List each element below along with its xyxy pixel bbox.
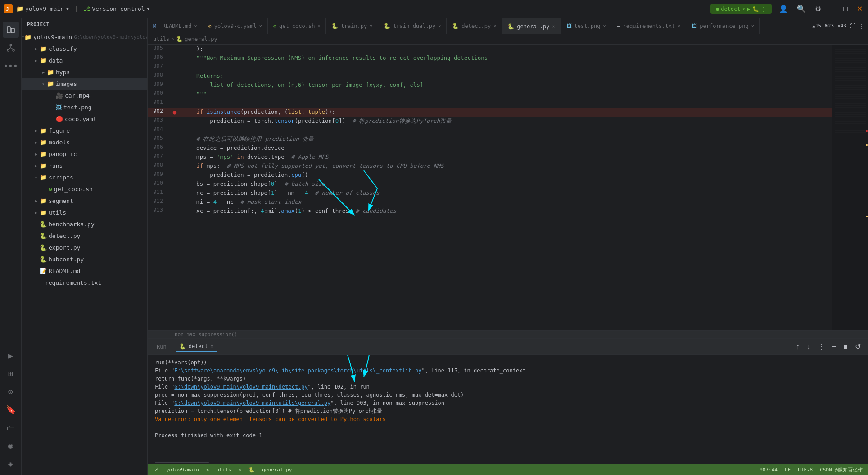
- sidebar-item-test-png[interactable]: ▶ 🖼 test.png: [22, 101, 147, 113]
- sidebar-item-detect[interactable]: ▶ 🐍 detect.py: [22, 230, 147, 242]
- activity-unknown1-icon[interactable]: ◉: [3, 437, 19, 453]
- sidebar-item-hubconf[interactable]: ▶ 🐍 hubconf.py: [22, 253, 147, 265]
- sidebar-item-segment[interactable]: ▶ 📁 segment: [22, 195, 147, 206]
- sidebar-item-get-coco[interactable]: ▶ ⚙ get_coco.sh: [22, 183, 147, 195]
- line-910: 910 bs = prediction.shape[0] # batch siz…: [148, 179, 832, 188]
- tab-requirements-close[interactable]: ✕: [678, 23, 680, 28]
- sidebar-item-models[interactable]: ▶ 📁 models: [22, 136, 147, 148]
- status-utils[interactable]: utils: [216, 467, 231, 473]
- term-link-detect[interactable]: G:\down\yolov9-main\yolov9-main\detect.p…: [174, 384, 307, 390]
- app-logo[interactable]: J: [4, 4, 13, 13]
- breadcrumb-general[interactable]: general.py: [185, 36, 217, 42]
- status-general[interactable]: general.py: [262, 467, 292, 473]
- minimize-button[interactable]: −: [828, 3, 836, 15]
- maximize-button[interactable]: □: [841, 3, 850, 15]
- sidebar-item-images[interactable]: ▾ 📁 images: [22, 78, 147, 90]
- more-tabs-icon[interactable]: ⋮: [859, 23, 864, 29]
- tab-requirements[interactable]: — requirements.txt ✕: [611, 18, 686, 34]
- sidebar-item-benchmarks[interactable]: ▶ 🐍 benchmarks.py: [22, 218, 147, 230]
- tab-train[interactable]: 🐍 train.py ✕: [326, 18, 378, 34]
- sidebar-item-runs[interactable]: ▶ 📁 runs: [22, 160, 147, 171]
- activity-terminal-icon[interactable]: ⊞: [3, 365, 19, 381]
- term-link-general[interactable]: G:\down\yolov9-main\yolov9-main\utils\ge…: [174, 400, 330, 406]
- terminal-rerun-btn[interactable]: ↺: [853, 341, 863, 353]
- terminal-body[interactable]: run(**vars(opt)) File "E:\software\anaco…: [148, 355, 868, 461]
- terminal-detect-close[interactable]: ✕: [211, 344, 213, 349]
- terminal-tab-run[interactable]: Run: [153, 342, 170, 352]
- tab-detect[interactable]: 🐍 detect.py ✕: [447, 18, 502, 34]
- activity-bar: ••• ▶ ⊞ ⚙ 🔖 🗃 ◉ ◈: [0, 18, 22, 475]
- settings-icon[interactable]: ⚙: [813, 3, 823, 15]
- terminal-scroll-up-btn[interactable]: ↑: [794, 341, 801, 353]
- tab-performance[interactable]: 🖼 performance.png ✕: [686, 18, 760, 34]
- status-utf8[interactable]: UTF-8: [798, 467, 813, 473]
- run-button[interactable]: ● detect ▾ ▶ 🐛 ⋮: [710, 4, 772, 14]
- status-project[interactable]: yolov9-main: [166, 467, 199, 473]
- activity-bookmarks-icon[interactable]: 🔖: [3, 401, 19, 417]
- sidebar-item-panoptic[interactable]: ▶ 📁 panoptic: [22, 148, 147, 160]
- status-lf[interactable]: LF: [785, 467, 791, 473]
- tab-train-close[interactable]: ✕: [370, 23, 372, 28]
- tab-traindual-icon: 🐍: [384, 23, 390, 29]
- tab-test-close[interactable]: ✕: [603, 23, 606, 28]
- search-icon[interactable]: 🔍: [795, 3, 808, 15]
- activity-database-icon[interactable]: 🗃: [3, 419, 19, 435]
- activity-git-icon[interactable]: [3, 40, 19, 56]
- tab-readme[interactable]: M· README.md ✕: [148, 18, 203, 34]
- status-csdn: CSDN @微知百亿作: [820, 466, 863, 473]
- term-line-1: run(**vars(opt)): [155, 358, 861, 367]
- tab-yolov9c-close[interactable]: ✕: [259, 23, 262, 28]
- run-debug-icon[interactable]: 🐛: [752, 6, 759, 12]
- sidebar-item-root[interactable]: ▾ 📁 yolov9-main G:\down\yolov9-main\yolo…: [22, 31, 147, 43]
- tab-getcoco[interactable]: ⚙ get_coco.sh ✕: [268, 18, 326, 34]
- profile-icon[interactable]: 👤: [777, 3, 790, 15]
- activity-unknown2-icon[interactable]: ◈: [3, 455, 19, 471]
- run-play-icon[interactable]: ▶: [747, 6, 750, 12]
- terminal-more-btn[interactable]: ⋮: [816, 341, 827, 353]
- terminal-scroll-down-btn[interactable]: ↓: [805, 341, 812, 353]
- status-position[interactable]: 907:44: [760, 467, 778, 473]
- vcs-menu[interactable]: ⎇ Version control ▾: [83, 5, 150, 12]
- activity-run-debug-icon[interactable]: ▶: [3, 347, 19, 363]
- terminal-tab-detect[interactable]: 🐍 detect ✕: [176, 341, 217, 352]
- tab-test[interactable]: 🖼 test.png ✕: [561, 18, 612, 34]
- tab-general-icon: 🐍: [507, 23, 514, 30]
- sidebar-item-classify[interactable]: ▶ 📁 classify: [22, 43, 147, 54]
- line-912: 912 mi = 4 + nc # mask start index: [148, 197, 832, 206]
- code-editor[interactable]: 895 ): 896 """Non-Maximum Suppression (N…: [148, 45, 832, 330]
- breadcrumb-general-icon: 🐍: [176, 36, 183, 42]
- sidebar-item-readme[interactable]: ▶ 📝 README.md: [22, 265, 147, 277]
- tab-general[interactable]: 🐍 general.py ✕: [502, 18, 561, 34]
- run-more-icon[interactable]: ⋮: [761, 6, 766, 12]
- term-link-contextlib[interactable]: E:\software\anaconda\envs\yolo9\lib\site…: [174, 367, 421, 374]
- activity-project-icon[interactable]: [3, 22, 19, 38]
- expand-icon[interactable]: ⛶: [850, 23, 855, 29]
- sidebar-item-utils[interactable]: ▶ 📁 utils: [22, 206, 147, 218]
- breadcrumb-utils[interactable]: utils: [153, 36, 169, 42]
- tab-general-close[interactable]: ✕: [552, 24, 555, 29]
- activity-settings2-icon[interactable]: ⚙: [3, 383, 19, 399]
- terminal-scrollbar[interactable]: [155, 462, 209, 463]
- project-menu[interactable]: 📁 yolov9-main ▾: [16, 5, 69, 12]
- sidebar-item-figure[interactable]: ▶ 📁 figure: [22, 125, 147, 136]
- tab-yolov9c[interactable]: ⚙ yolov9-c.yaml ✕: [203, 18, 268, 34]
- terminal-stop-btn[interactable]: ■: [841, 341, 850, 353]
- sidebar-item-requirements[interactable]: ▶ — requirements.txt: [22, 277, 147, 288]
- sidebar-item-export[interactable]: ▶ 🐍 export.py: [22, 242, 147, 253]
- tab-traindual-close[interactable]: ✕: [438, 23, 441, 28]
- activity-more-icon[interactable]: •••: [3, 58, 19, 74]
- sidebar-item-scripts[interactable]: ▾ 📁 scripts: [22, 171, 147, 183]
- tab-detect-close[interactable]: ✕: [493, 23, 496, 28]
- breadcrumb: utils > 🐍 general.py: [148, 34, 868, 45]
- tab-readme-close[interactable]: ✕: [194, 23, 197, 28]
- sidebar-item-coco-yaml[interactable]: ▶ 🔴 coco.yaml: [22, 113, 147, 125]
- sidebar-item-hyps[interactable]: ▶ 📁 hyps: [22, 66, 147, 78]
- tab-getcoco-close[interactable]: ✕: [317, 23, 320, 28]
- tab-performance-close[interactable]: ✕: [751, 23, 754, 28]
- tab-traindual[interactable]: 🐍 train_dual.py ✕: [378, 18, 447, 34]
- close-button[interactable]: ✕: [855, 3, 864, 15]
- terminal-collapse-btn[interactable]: −: [830, 341, 838, 353]
- sidebar-title: Project: [27, 22, 50, 27]
- sidebar-item-data[interactable]: ▶ 📁 data: [22, 54, 147, 66]
- sidebar-item-car-mp4[interactable]: ▶ 🎥 car.mp4: [22, 90, 147, 101]
